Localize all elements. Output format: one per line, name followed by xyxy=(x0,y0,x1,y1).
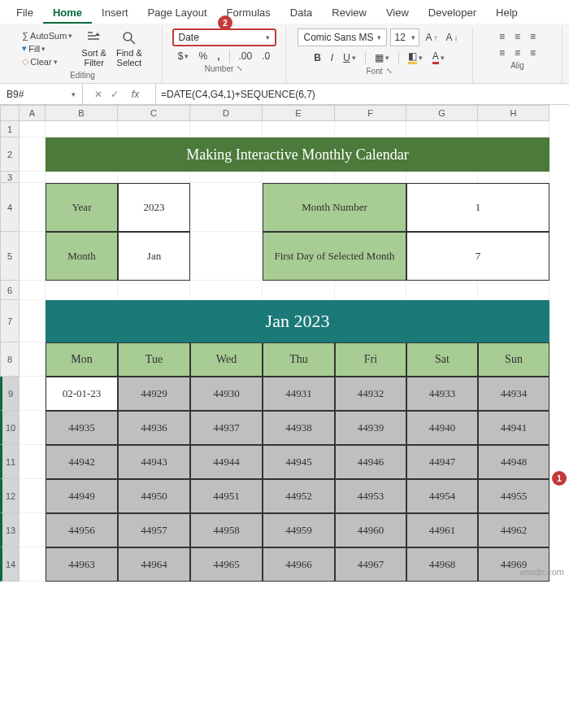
align-bottom-icon[interactable]: ≡ xyxy=(528,30,538,43)
tab-view[interactable]: View xyxy=(376,3,419,24)
cell[interactable]: Jan xyxy=(118,232,190,281)
calendar-cell[interactable]: 44953 xyxy=(335,479,406,513)
calendar-cell[interactable]: 44929 xyxy=(118,377,190,411)
calendar-cell[interactable]: 44966 xyxy=(263,547,335,582)
cell[interactable] xyxy=(20,121,46,137)
cell[interactable] xyxy=(190,232,263,281)
day-header[interactable]: Wed xyxy=(190,342,263,377)
cell[interactable] xyxy=(46,281,118,300)
row-header[interactable]: 3 xyxy=(0,172,20,183)
dialog-launcher-icon[interactable]: ⤡ xyxy=(386,67,393,76)
day-header[interactable]: Sat xyxy=(406,342,478,377)
calendar-cell[interactable]: 44939 xyxy=(335,411,406,445)
find-select-button[interactable]: Find & Select xyxy=(113,28,146,69)
select-all-corner[interactable] xyxy=(0,105,20,121)
col-header-g[interactable]: G xyxy=(406,105,478,121)
fill-button[interactable]: ▾Fill▾ xyxy=(20,42,75,54)
cell[interactable] xyxy=(20,172,46,183)
currency-icon[interactable]: $▾ xyxy=(176,50,192,63)
row-header[interactable]: 10 xyxy=(0,411,20,445)
cell[interactable] xyxy=(406,121,478,137)
row-header[interactable]: 1 xyxy=(0,121,20,137)
calendar-cell[interactable]: 44959 xyxy=(263,513,335,547)
calendar-cell[interactable]: 44958 xyxy=(190,513,263,547)
underline-icon[interactable]: U▾ xyxy=(341,51,358,64)
cell[interactable]: 1 xyxy=(406,183,549,232)
day-header[interactable]: Tue xyxy=(118,342,190,377)
cell[interactable] xyxy=(46,121,118,137)
comma-icon[interactable]: , xyxy=(215,50,222,63)
cell[interactable] xyxy=(118,281,190,300)
cell[interactable] xyxy=(190,183,263,232)
decrease-decimal-icon[interactable]: .0 xyxy=(259,50,272,63)
row-header[interactable]: 5 xyxy=(0,232,20,281)
calendar-cell[interactable]: 44935 xyxy=(46,411,118,445)
cell[interactable]: 2023 xyxy=(118,183,190,232)
cell[interactable] xyxy=(118,172,190,183)
cell[interactable] xyxy=(478,121,549,137)
calendar-cell[interactable]: 44952 xyxy=(263,479,335,513)
cell[interactable] xyxy=(20,479,46,513)
cell[interactable] xyxy=(406,281,478,300)
calendar-cell[interactable]: 44938 xyxy=(263,411,335,445)
align-right-icon[interactable]: ≡ xyxy=(528,46,538,59)
tab-data[interactable]: Data xyxy=(280,3,322,24)
align-left-icon[interactable]: ≡ xyxy=(497,46,507,59)
number-format-dropdown[interactable]: Date▾ xyxy=(172,28,276,46)
enter-icon[interactable]: ✓ xyxy=(111,89,119,100)
calendar-cell[interactable]: 44942 xyxy=(46,445,118,479)
tab-page-layout[interactable]: Page Layout xyxy=(138,3,217,24)
fill-color-icon[interactable]: ◧▾ xyxy=(406,50,425,65)
cell[interactable]: Year xyxy=(46,183,118,232)
day-header[interactable]: Fri xyxy=(335,342,406,377)
cell[interactable] xyxy=(190,172,263,183)
cell[interactable] xyxy=(478,281,549,300)
tab-home[interactable]: Home xyxy=(43,3,92,24)
calendar-cell[interactable]: 44937 xyxy=(190,411,263,445)
row-header[interactable]: 7 xyxy=(0,300,20,342)
calendar-cell[interactable]: 44931 xyxy=(263,377,335,411)
row-header[interactable]: 4 xyxy=(0,183,20,232)
worksheet[interactable]: A B C D E F G H 12Making Interactive Mon… xyxy=(0,105,569,582)
day-header[interactable]: Sun xyxy=(478,342,549,377)
cell[interactable] xyxy=(20,281,46,300)
cell[interactable] xyxy=(20,183,46,232)
tab-developer[interactable]: Developer xyxy=(419,3,486,24)
calendar-cell[interactable]: 44962 xyxy=(478,513,549,547)
col-header-e[interactable]: E xyxy=(263,105,335,121)
row-header[interactable]: 2 xyxy=(0,137,20,172)
calendar-cell[interactable]: 44949 xyxy=(46,479,118,513)
cell[interactable] xyxy=(20,445,46,479)
cell[interactable]: Month Number xyxy=(263,183,406,232)
tab-review[interactable]: Review xyxy=(322,3,376,24)
cancel-icon[interactable]: ✕ xyxy=(94,89,102,100)
cell[interactable]: 7 xyxy=(406,232,549,281)
calendar-cell[interactable]: 44932 xyxy=(335,377,406,411)
cell[interactable] xyxy=(20,232,46,281)
calendar-cell[interactable]: 44955 xyxy=(478,479,549,513)
calendar-cell[interactable]: 44968 xyxy=(406,547,478,582)
font-size-dropdown[interactable]: 12▾ xyxy=(390,28,419,46)
col-header-b[interactable]: B xyxy=(46,105,118,121)
increase-decimal-icon[interactable]: .00 xyxy=(237,50,255,63)
cell[interactable] xyxy=(20,137,46,172)
cell[interactable]: Month xyxy=(46,232,118,281)
cell[interactable] xyxy=(20,547,46,582)
cell[interactable] xyxy=(263,281,335,300)
formula-input[interactable]: =DATE(C4,G4,1)+SEQUENCE(6,7) xyxy=(156,89,320,100)
col-header-f[interactable]: F xyxy=(335,105,406,121)
calendar-cell[interactable]: 44943 xyxy=(118,445,190,479)
calendar-cell[interactable]: 44945 xyxy=(263,445,335,479)
cell[interactable] xyxy=(406,172,478,183)
row-header[interactable]: 14 xyxy=(0,547,20,582)
cell[interactable] xyxy=(20,513,46,547)
row-header[interactable]: 9 xyxy=(0,377,20,411)
tab-insert[interactable]: Insert xyxy=(92,3,138,24)
calendar-cell[interactable]: 44936 xyxy=(118,411,190,445)
calendar-cell[interactable]: 44930 xyxy=(190,377,263,411)
font-color-icon[interactable]: A▾ xyxy=(430,50,447,65)
align-top-icon[interactable]: ≡ xyxy=(497,30,507,43)
calendar-cell[interactable]: 44960 xyxy=(335,513,406,547)
cell[interactable] xyxy=(190,281,263,300)
page-title[interactable]: Making Interactive Monthly Calendar xyxy=(46,137,549,172)
